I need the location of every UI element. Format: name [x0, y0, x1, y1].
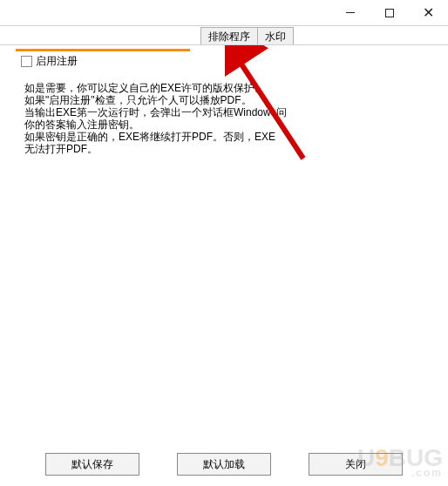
enable-register-label: 启用注册 [36, 54, 78, 69]
maximize-button[interactable] [370, 0, 409, 25]
close-icon: ✕ [423, 4, 434, 21]
help-line2: 如果"启用注册"检查，只允许个人可以播放PDF。 [24, 94, 252, 106]
content-panel: 启用注册 如是需要，你可以定义自己的EXE许可的版权保护。 如果"启用注册"检查… [0, 45, 448, 444]
help-line6: 无法打开PDF。 [24, 143, 98, 155]
tabs-bar: 排除程序 水印 [0, 26, 448, 45]
enable-register-row: 启用注册 [21, 54, 78, 69]
minimize-button[interactable] [330, 0, 370, 25]
maximize-icon [385, 9, 394, 17]
enable-register-checkbox[interactable] [21, 56, 32, 67]
minimize-icon [346, 12, 355, 13]
help-line1: 如是需要，你可以定义自己的EXE许可的版权保护。 [24, 82, 265, 94]
close-button[interactable]: 关闭 [309, 453, 403, 476]
window-titlebar: ✕ [0, 0, 448, 26]
button-row: 默认保存 默认加载 关闭 [0, 453, 448, 476]
tab-watermark[interactable]: 水印 [257, 27, 294, 44]
close-window-button[interactable]: ✕ [409, 0, 448, 25]
help-line3: 当输出EXE第一次运行时，会弹出一个对话框Windows问 [24, 106, 287, 118]
help-line5: 如果密钥是正确的，EXE将继续打开PDF。否则，EXE [24, 131, 275, 143]
help-text: 如是需要，你可以定义自己的EXE许可的版权保护。 如果"启用注册"检查，只允许个… [24, 82, 287, 155]
tab-exclude[interactable]: 排除程序 [200, 27, 258, 44]
help-line4: 你的答案输入注册密钥。 [24, 118, 139, 131]
selected-tab-highlight [16, 49, 190, 51]
default-save-button[interactable]: 默认保存 [45, 453, 139, 476]
default-load-button[interactable]: 默认加载 [177, 453, 271, 476]
